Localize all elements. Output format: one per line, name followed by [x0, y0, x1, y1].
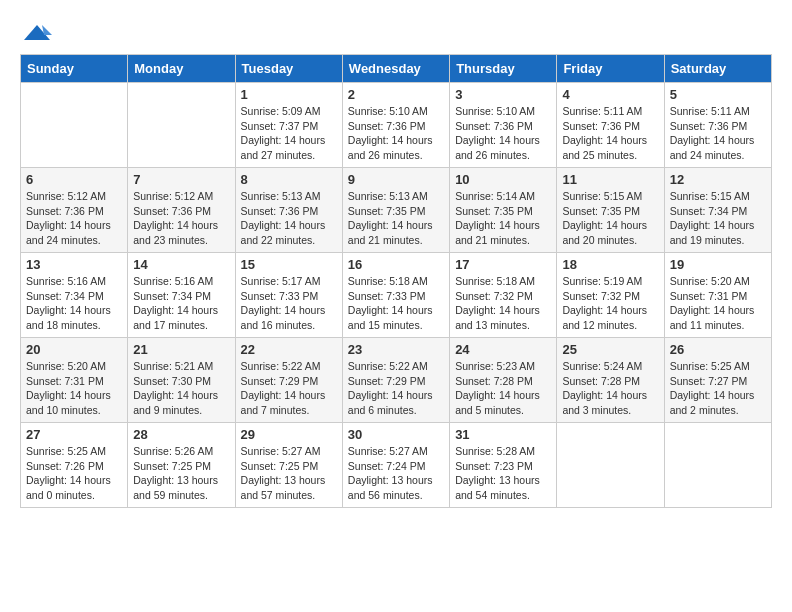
sunset-label: Sunset: 7:35 PM — [348, 205, 426, 217]
calendar-cell: 15Sunrise: 5:17 AMSunset: 7:33 PMDayligh… — [235, 253, 342, 338]
day-number: 16 — [348, 257, 444, 272]
day-header-saturday: Saturday — [664, 55, 771, 83]
sunset-label: Sunset: 7:34 PM — [133, 290, 211, 302]
day-info: Sunrise: 5:09 AMSunset: 7:37 PMDaylight:… — [241, 104, 337, 163]
daylight-label: Daylight: 14 hours and 17 minutes. — [133, 304, 218, 331]
calendar-cell — [557, 423, 664, 508]
sunset-label: Sunset: 7:25 PM — [241, 460, 319, 472]
day-info: Sunrise: 5:13 AMSunset: 7:35 PMDaylight:… — [348, 189, 444, 248]
daylight-label: Daylight: 14 hours and 25 minutes. — [562, 134, 647, 161]
calendar-cell: 8Sunrise: 5:13 AMSunset: 7:36 PMDaylight… — [235, 168, 342, 253]
sunset-label: Sunset: 7:34 PM — [670, 205, 748, 217]
sunset-label: Sunset: 7:31 PM — [670, 290, 748, 302]
calendar-cell: 23Sunrise: 5:22 AMSunset: 7:29 PMDayligh… — [342, 338, 449, 423]
sunrise-label: Sunrise: 5:18 AM — [348, 275, 428, 287]
day-number: 11 — [562, 172, 658, 187]
daylight-label: Daylight: 14 hours and 3 minutes. — [562, 389, 647, 416]
day-number: 2 — [348, 87, 444, 102]
calendar-cell: 29Sunrise: 5:27 AMSunset: 7:25 PMDayligh… — [235, 423, 342, 508]
calendar-cell — [128, 83, 235, 168]
daylight-label: Daylight: 14 hours and 13 minutes. — [455, 304, 540, 331]
calendar-cell: 30Sunrise: 5:27 AMSunset: 7:24 PMDayligh… — [342, 423, 449, 508]
calendar-cell: 14Sunrise: 5:16 AMSunset: 7:34 PMDayligh… — [128, 253, 235, 338]
sunrise-label: Sunrise: 5:14 AM — [455, 190, 535, 202]
sunset-label: Sunset: 7:34 PM — [26, 290, 104, 302]
day-header-monday: Monday — [128, 55, 235, 83]
sunrise-label: Sunrise: 5:09 AM — [241, 105, 321, 117]
day-info: Sunrise: 5:16 AMSunset: 7:34 PMDaylight:… — [133, 274, 229, 333]
daylight-label: Daylight: 14 hours and 20 minutes. — [562, 219, 647, 246]
day-info: Sunrise: 5:13 AMSunset: 7:36 PMDaylight:… — [241, 189, 337, 248]
logo-icon — [22, 20, 52, 50]
calendar-cell: 31Sunrise: 5:28 AMSunset: 7:23 PMDayligh… — [450, 423, 557, 508]
sunset-label: Sunset: 7:35 PM — [562, 205, 640, 217]
calendar-cell: 6Sunrise: 5:12 AMSunset: 7:36 PMDaylight… — [21, 168, 128, 253]
day-number: 19 — [670, 257, 766, 272]
sunset-label: Sunset: 7:36 PM — [562, 120, 640, 132]
calendar-table: SundayMondayTuesdayWednesdayThursdayFrid… — [20, 54, 772, 508]
daylight-label: Daylight: 14 hours and 21 minutes. — [455, 219, 540, 246]
day-info: Sunrise: 5:26 AMSunset: 7:25 PMDaylight:… — [133, 444, 229, 503]
calendar-cell: 9Sunrise: 5:13 AMSunset: 7:35 PMDaylight… — [342, 168, 449, 253]
day-number: 23 — [348, 342, 444, 357]
daylight-label: Daylight: 14 hours and 22 minutes. — [241, 219, 326, 246]
daylight-label: Daylight: 14 hours and 0 minutes. — [26, 474, 111, 501]
sunrise-label: Sunrise: 5:21 AM — [133, 360, 213, 372]
sunrise-label: Sunrise: 5:16 AM — [26, 275, 106, 287]
sunset-label: Sunset: 7:36 PM — [455, 120, 533, 132]
day-info: Sunrise: 5:12 AMSunset: 7:36 PMDaylight:… — [26, 189, 122, 248]
calendar-week-row: 27Sunrise: 5:25 AMSunset: 7:26 PMDayligh… — [21, 423, 772, 508]
day-info: Sunrise: 5:12 AMSunset: 7:36 PMDaylight:… — [133, 189, 229, 248]
sunset-label: Sunset: 7:33 PM — [348, 290, 426, 302]
day-number: 5 — [670, 87, 766, 102]
daylight-label: Daylight: 14 hours and 27 minutes. — [241, 134, 326, 161]
day-info: Sunrise: 5:14 AMSunset: 7:35 PMDaylight:… — [455, 189, 551, 248]
day-number: 6 — [26, 172, 122, 187]
day-info: Sunrise: 5:15 AMSunset: 7:35 PMDaylight:… — [562, 189, 658, 248]
sunrise-label: Sunrise: 5:17 AM — [241, 275, 321, 287]
sunrise-label: Sunrise: 5:13 AM — [241, 190, 321, 202]
sunrise-label: Sunrise: 5:20 AM — [26, 360, 106, 372]
calendar-cell: 21Sunrise: 5:21 AMSunset: 7:30 PMDayligh… — [128, 338, 235, 423]
calendar-cell: 4Sunrise: 5:11 AMSunset: 7:36 PMDaylight… — [557, 83, 664, 168]
day-info: Sunrise: 5:27 AMSunset: 7:24 PMDaylight:… — [348, 444, 444, 503]
sunrise-label: Sunrise: 5:18 AM — [455, 275, 535, 287]
calendar-week-row: 20Sunrise: 5:20 AMSunset: 7:31 PMDayligh… — [21, 338, 772, 423]
daylight-label: Daylight: 14 hours and 12 minutes. — [562, 304, 647, 331]
sunrise-label: Sunrise: 5:22 AM — [241, 360, 321, 372]
day-info: Sunrise: 5:24 AMSunset: 7:28 PMDaylight:… — [562, 359, 658, 418]
calendar-week-row: 6Sunrise: 5:12 AMSunset: 7:36 PMDaylight… — [21, 168, 772, 253]
daylight-label: Daylight: 14 hours and 10 minutes. — [26, 389, 111, 416]
daylight-label: Daylight: 14 hours and 26 minutes. — [455, 134, 540, 161]
calendar-cell: 11Sunrise: 5:15 AMSunset: 7:35 PMDayligh… — [557, 168, 664, 253]
sunset-label: Sunset: 7:23 PM — [455, 460, 533, 472]
sunrise-label: Sunrise: 5:22 AM — [348, 360, 428, 372]
sunrise-label: Sunrise: 5:15 AM — [670, 190, 750, 202]
daylight-label: Daylight: 14 hours and 16 minutes. — [241, 304, 326, 331]
calendar-cell: 17Sunrise: 5:18 AMSunset: 7:32 PMDayligh… — [450, 253, 557, 338]
sunrise-label: Sunrise: 5:15 AM — [562, 190, 642, 202]
sunset-label: Sunset: 7:26 PM — [26, 460, 104, 472]
day-info: Sunrise: 5:22 AMSunset: 7:29 PMDaylight:… — [241, 359, 337, 418]
day-number: 31 — [455, 427, 551, 442]
day-info: Sunrise: 5:18 AMSunset: 7:32 PMDaylight:… — [455, 274, 551, 333]
daylight-label: Daylight: 14 hours and 26 minutes. — [348, 134, 433, 161]
sunset-label: Sunset: 7:36 PM — [348, 120, 426, 132]
day-header-wednesday: Wednesday — [342, 55, 449, 83]
sunrise-label: Sunrise: 5:24 AM — [562, 360, 642, 372]
day-info: Sunrise: 5:28 AMSunset: 7:23 PMDaylight:… — [455, 444, 551, 503]
day-number: 17 — [455, 257, 551, 272]
calendar-cell: 2Sunrise: 5:10 AMSunset: 7:36 PMDaylight… — [342, 83, 449, 168]
calendar-cell: 22Sunrise: 5:22 AMSunset: 7:29 PMDayligh… — [235, 338, 342, 423]
sunrise-label: Sunrise: 5:16 AM — [133, 275, 213, 287]
day-info: Sunrise: 5:18 AMSunset: 7:33 PMDaylight:… — [348, 274, 444, 333]
sunrise-label: Sunrise: 5:19 AM — [562, 275, 642, 287]
daylight-label: Daylight: 14 hours and 9 minutes. — [133, 389, 218, 416]
calendar-cell — [21, 83, 128, 168]
daylight-label: Daylight: 14 hours and 11 minutes. — [670, 304, 755, 331]
day-number: 24 — [455, 342, 551, 357]
calendar-cell: 20Sunrise: 5:20 AMSunset: 7:31 PMDayligh… — [21, 338, 128, 423]
day-info: Sunrise: 5:11 AMSunset: 7:36 PMDaylight:… — [670, 104, 766, 163]
sunrise-label: Sunrise: 5:27 AM — [348, 445, 428, 457]
day-number: 21 — [133, 342, 229, 357]
